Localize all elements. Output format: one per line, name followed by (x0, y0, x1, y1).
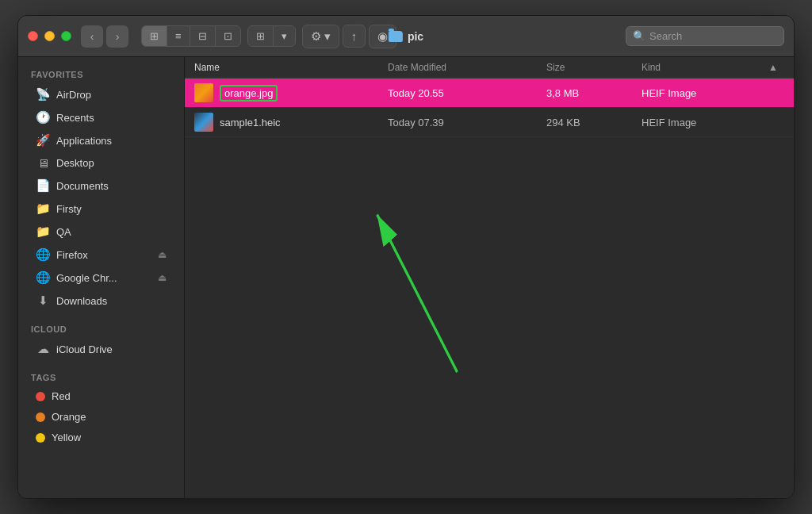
sidebar-item-recents[interactable]: 🕐 Recents (23, 106, 179, 128)
sidebar-item-label: Red (52, 390, 71, 402)
sidebar-item-firefox[interactable]: 🌐 Firefox ⏏ (23, 244, 179, 266)
sidebar-item-label: QA (56, 226, 71, 238)
file-date-sample1: Today 07.39 (388, 117, 546, 128)
gallery-view-button[interactable]: ⊡ (216, 26, 240, 46)
sidebar-item-label: Applications (56, 135, 112, 147)
favorites-label: Favorites (18, 63, 184, 82)
column-headers: Name Date Modified Size Kind ▲ (185, 57, 794, 79)
share-button[interactable]: ↑ (343, 25, 366, 48)
file-row-sample1[interactable]: sample1.heic Today 07.39 294 KB HEIF Ima… (185, 108, 794, 137)
col-header-size[interactable]: Size (546, 62, 642, 73)
yellow-tag-dot (36, 433, 45, 443)
desktop-icon: 🖥 (36, 156, 50, 170)
firsty-icon: 📁 (36, 201, 50, 216)
file-size-orange: 3,8 MB (546, 87, 642, 99)
sidebar-item-label: Yellow (52, 432, 81, 443)
toolbar-right: 🔍 (626, 26, 784, 46)
titlebar: ‹ › ⊞ ≡ ⊟ ⊡ ⊞ ▾ ⚙ ▾ ↑ ◉ pic 🔍 (18, 16, 794, 57)
col-header-sort: ▲ (768, 62, 784, 73)
recents-icon: 🕐 (36, 110, 50, 125)
minimize-button[interactable] (44, 31, 55, 41)
firefox-eject-icon[interactable]: ⏏ (158, 249, 167, 260)
qa-icon: 📁 (36, 224, 50, 239)
sidebar-item-label: Desktop (56, 157, 94, 169)
icloud-label: iCloud (18, 318, 184, 337)
folder-icon (389, 31, 403, 42)
sidebar-item-label: Recents (56, 112, 94, 124)
file-thumb-sample1 (194, 113, 213, 132)
sidebar-item-label: Firefox (56, 249, 88, 261)
forward-button[interactable]: › (106, 25, 128, 48)
chrome-icon: 🌐 (36, 270, 50, 285)
sidebar-item-airdrop[interactable]: 📡 AirDrop (23, 83, 179, 105)
file-kind-sample1: HEIF Image (642, 117, 768, 128)
search-box[interactable]: 🔍 (626, 26, 784, 46)
action-button[interactable]: ⚙ ▾ (302, 25, 339, 48)
main-file-area: Name Date Modified Size Kind ▲ orange.jp… (185, 57, 794, 498)
col-header-kind[interactable]: Kind (642, 62, 768, 73)
view-buttons: ⊞ ≡ ⊟ ⊡ (141, 25, 241, 47)
downloads-icon: ⬇ (36, 293, 50, 308)
sidebar-item-chrome[interactable]: 🌐 Google Chr... ⏏ (23, 267, 179, 289)
documents-icon: 📄 (36, 178, 50, 193)
sidebar-item-firsty[interactable]: 📁 Firsty (23, 198, 179, 220)
close-button[interactable] (28, 31, 38, 41)
group-button-container: ⊞ ▾ (247, 25, 296, 47)
icloud-icon: ☁ (36, 342, 50, 356)
file-name-orange: orange.jpg (224, 87, 273, 99)
file-name-sample1: sample1.heic (220, 117, 281, 128)
sidebar-item-label: AirDrop (56, 89, 91, 101)
tags-label: Tags (18, 366, 184, 386)
orange-tag-dot (36, 412, 45, 422)
finder-window: ‹ › ⊞ ≡ ⊟ ⊡ ⊞ ▾ ⚙ ▾ ↑ ◉ pic 🔍 (17, 15, 795, 499)
sidebar-item-label: Google Chr... (56, 272, 117, 284)
traffic-lights (28, 31, 71, 41)
airdrop-icon: 📡 (36, 87, 50, 102)
sidebar: Favorites 📡 AirDrop 🕐 Recents 🚀 Applicat… (18, 57, 185, 498)
sidebar-item-label: iCloud Drive (56, 343, 113, 355)
file-kind-orange: HEIF Image (642, 87, 768, 99)
svg-line-1 (377, 215, 458, 373)
search-icon: 🔍 (633, 30, 645, 42)
list-view-button[interactable]: ≡ (167, 26, 190, 46)
applications-icon: 🚀 (36, 133, 50, 148)
content-area: Favorites 📡 AirDrop 🕐 Recents 🚀 Applicat… (18, 57, 794, 498)
sidebar-item-icloud-drive[interactable]: ☁ iCloud Drive (23, 338, 179, 360)
group-chevron[interactable]: ▾ (274, 26, 295, 46)
file-date-orange: Today 20.55 (388, 87, 546, 99)
sidebar-item-desktop[interactable]: 🖥 Desktop (23, 152, 179, 174)
chrome-eject-icon[interactable]: ⏏ (158, 272, 167, 283)
column-view-button[interactable]: ⊟ (190, 26, 216, 46)
group-button[interactable]: ⊞ (248, 26, 274, 46)
sidebar-item-downloads[interactable]: ⬇ Downloads (23, 290, 179, 312)
file-thumb-orange (194, 83, 213, 102)
file-size-sample1: 294 KB (546, 117, 642, 128)
search-input[interactable] (649, 30, 777, 42)
sidebar-item-documents[interactable]: 📄 Documents (23, 175, 179, 197)
nav-buttons: ‹ › (81, 25, 128, 48)
sidebar-item-label: Documents (56, 180, 109, 192)
sidebar-item-tag-orange[interactable]: Orange (23, 407, 179, 427)
sidebar-item-tag-red[interactable]: Red (23, 386, 179, 406)
file-row-orange[interactable]: orange.jpg Today 20.55 3,8 MB HEIF Image (185, 79, 794, 108)
col-header-name[interactable]: Name (194, 62, 388, 73)
red-tag-dot (36, 392, 45, 401)
sidebar-item-label: Orange (52, 411, 86, 423)
sidebar-item-qa[interactable]: 📁 QA (23, 221, 179, 243)
sidebar-item-tag-yellow[interactable]: Yellow (23, 428, 179, 447)
window-title-text: pic (408, 30, 423, 43)
back-button[interactable]: ‹ (81, 25, 103, 48)
sidebar-item-applications[interactable]: 🚀 Applications (23, 129, 179, 152)
sidebar-item-label: Firsty (56, 203, 82, 215)
window-title: pic (389, 30, 423, 43)
col-header-date[interactable]: Date Modified (388, 62, 546, 73)
maximize-button[interactable] (61, 31, 71, 41)
icon-view-button[interactable]: ⊞ (142, 26, 167, 46)
file-name-cell-orange: orange.jpg (194, 83, 388, 102)
file-name-highlight: orange.jpg (220, 85, 278, 102)
sidebar-item-label: Downloads (56, 295, 107, 307)
file-name-cell-sample1: sample1.heic (194, 113, 388, 132)
firefox-icon: 🌐 (36, 247, 50, 262)
